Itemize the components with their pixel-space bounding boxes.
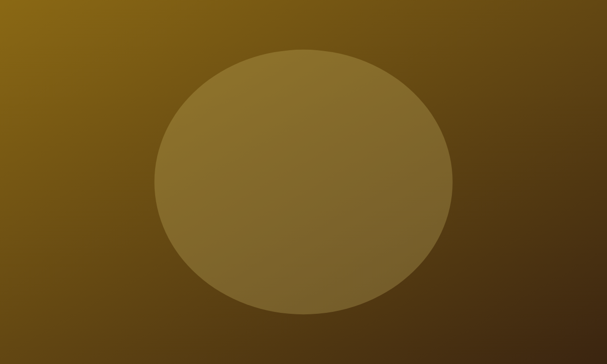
main-area: Blocks Patterns Media WIDGETS Archives (0, 22, 607, 347)
blog-post-card-2: Mindfulness and Mental Health: Cultivati… (132, 195, 234, 347)
blog-preview-panel: The Benefits of Regular Exercise: Findin… (132, 22, 234, 347)
post-image-food (132, 195, 234, 249)
